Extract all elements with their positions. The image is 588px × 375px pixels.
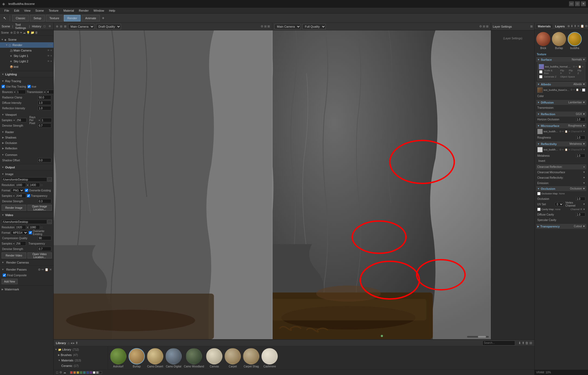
rays-down[interactable]: ◂: [39, 119, 40, 121]
output-header[interactable]: ▼ Output: [0, 164, 53, 170]
transmission-down[interactable]: ◂: [44, 91, 45, 93]
add-tab-button[interactable]: +: [101, 16, 106, 21]
mat-ball-item-buddha[interactable]: buddha: [568, 32, 582, 50]
rough-settings[interactable]: ⚙: [559, 130, 561, 133]
right-vp-grid[interactable]: ⊞: [483, 25, 485, 28]
image-samples-input[interactable]: [15, 194, 26, 198]
lib-item-astroturf[interactable]: Astroturf: [110, 348, 126, 368]
transparency-header[interactable]: ▶ Transparency Cutout ▼: [536, 223, 586, 229]
albedo-copy[interactable]: 📋: [576, 88, 579, 92]
occlusion-value-input[interactable]: [576, 197, 585, 201]
final-composite-check[interactable]: [3, 274, 6, 277]
clearcoat-reflection-dropdown[interactable]: ▼: [583, 166, 585, 168]
roughness-input[interactable]: [576, 136, 585, 139]
reflection-row[interactable]: ▶ Reflection: [2, 146, 52, 151]
viewport-subsection-header[interactable]: ▼ Viewport: [2, 112, 52, 117]
sky1-x[interactable]: ✕: [50, 55, 52, 57]
lib-item-burlap[interactable]: Burlap: [129, 348, 145, 368]
nm-edit[interactable]: ✏: [576, 65, 578, 68]
image-path-btn[interactable]: …: [47, 177, 52, 182]
raster-subsection-header[interactable]: ▼ Raster: [2, 129, 52, 135]
tab-animate[interactable]: Animate: [82, 15, 100, 21]
titlebar-controls[interactable]: — □ ✕: [569, 1, 586, 6]
metalness-input[interactable]: [576, 154, 585, 158]
library-search-input[interactable]: [482, 341, 515, 345]
right-camera-select[interactable]: Main Camera: [274, 24, 301, 29]
tab-scene[interactable]: Scene: [2, 25, 10, 28]
image-denoise-input[interactable]: [38, 199, 51, 203]
mat-icon-add[interactable]: ⊕: [567, 24, 570, 28]
albedo-settings[interactable]: ⚙: [570, 88, 573, 92]
albedo-edit[interactable]: ✏: [573, 88, 575, 92]
uv-set-select[interactable]: 0: [555, 202, 564, 206]
sky2-eye[interactable]: 👁: [47, 60, 50, 63]
lib-nav-home[interactable]: ⌂: [68, 341, 69, 345]
tree-item-sky1[interactable]: ☀ Sky Light 1 👁 ✕: [0, 53, 53, 59]
transparency-check[interactable]: [27, 194, 30, 197]
watermark-header[interactable]: ▶ Watermark: [2, 287, 52, 292]
tree-item-render[interactable]: ▼ ◻ Render ◻ ✕: [0, 42, 53, 48]
video-res-w[interactable]: [15, 225, 26, 229]
render-image-btn[interactable]: Render Image: [2, 205, 26, 211]
left-quality-select[interactable]: Draft Quality: [96, 24, 121, 29]
tab-setup[interactable]: Setup: [30, 15, 45, 21]
lib-tree-brushes[interactable]: ▶ Brushes (47): [54, 352, 108, 358]
diffuse-intensity-input[interactable]: [38, 101, 51, 105]
diffusion-header[interactable]: ▼ Diffusion Lambertian ▼: [536, 100, 586, 105]
cavity-map-check[interactable]: [537, 208, 541, 211]
common-subsection-header[interactable]: ▼ Common: [2, 152, 52, 158]
lib-tree-library[interactable]: ▼ 📁 Library (712): [54, 347, 108, 352]
reflection-intensity-input[interactable]: [38, 106, 51, 110]
materials-tab[interactable]: Materials: [536, 24, 552, 28]
clearcoat-reflectivity-dropdown[interactable]: ▼: [583, 176, 585, 179]
rp-icon-4[interactable]: ✕: [49, 268, 52, 271]
scene-tool-2[interactable]: ☰: [13, 31, 16, 34]
rp-icon-1[interactable]: ⚙: [38, 268, 41, 271]
video-res-h[interactable]: [29, 225, 40, 229]
camera-action-eye[interactable]: 👁: [47, 49, 50, 52]
surface-header[interactable]: ▼ Surface Normals ▼: [536, 57, 586, 62]
open-video-location-btn[interactable]: Open Video Location...: [27, 252, 52, 258]
albedo-value[interactable]: Albedo ▼: [573, 83, 585, 86]
lib-icon-env[interactable]: ☁: [63, 371, 66, 374]
nm-copy[interactable]: 📋: [578, 65, 581, 68]
metal-settings[interactable]: ⚙: [559, 148, 561, 151]
mat-ball-item-burlap[interactable]: Burlap: [552, 32, 566, 50]
video-path-btn[interactable]: …: [47, 220, 52, 224]
rough-channel-select[interactable]: R ▼: [580, 130, 585, 133]
reflectivity-invert-btn[interactable]: Invert: [537, 158, 546, 163]
lib-download[interactable]: ⬇: [518, 341, 521, 345]
tab-render[interactable]: Render: [64, 15, 81, 21]
layer-settings-icon[interactable]: ⊠: [530, 25, 533, 28]
compression-input[interactable]: [38, 236, 51, 240]
panel-icon-2[interactable]: ⚙: [47, 24, 52, 28]
tree-item-main-camera[interactable]: 🎥 Main Camera 👁 ✕: [0, 48, 53, 53]
lib-upload[interactable]: ⬆: [522, 341, 525, 345]
metal-edit[interactable]: ✏: [562, 148, 564, 151]
bounces-down[interactable]: ◂: [14, 91, 15, 93]
left-vp-settings[interactable]: ⚙: [261, 25, 263, 28]
menu-edit[interactable]: Edit: [12, 8, 21, 13]
surface-value[interactable]: Normals ▼: [572, 58, 585, 61]
microsurface-header[interactable]: ▼ Microsurface Roughness ▼: [536, 123, 586, 128]
ray-tracing-header[interactable]: ▼ Ray Tracing: [2, 78, 52, 84]
diffuse-cavity-input[interactable]: [576, 213, 585, 216]
lib-tree-materials[interactable]: ▼ Materials (313): [54, 358, 108, 363]
layers-tab[interactable]: Layers: [554, 24, 566, 28]
use-ray-tracing-check[interactable]: [2, 85, 5, 88]
overwrite-check[interactable]: [25, 189, 28, 192]
transparency-value[interactable]: Cutout ▼: [574, 225, 585, 228]
lib-grid[interactable]: ⊞: [529, 341, 532, 345]
panel-icon-1[interactable]: ◻: [42, 24, 47, 28]
tab-tool-settings[interactable]: Tool Settings: [15, 23, 27, 30]
scene-tool-8[interactable]: 🗑: [35, 31, 38, 34]
albedo-header[interactable]: ▼ Albedo Albedo ▼: [536, 81, 586, 87]
mat-icon-copy[interactable]: 📋: [580, 24, 584, 28]
rough-delete[interactable]: ✕: [568, 130, 570, 133]
open-image-location-btn[interactable]: Open Image Location...: [27, 205, 52, 211]
mat-icon-export[interactable]: ⬆: [574, 24, 576, 28]
occlusion-header[interactable]: ▼ Occlusion Occlusion ▼: [536, 186, 586, 191]
bounces-input[interactable]: [16, 90, 26, 94]
lib-icon-scene[interactable]: ◻: [56, 371, 58, 374]
image-res-h[interactable]: [29, 183, 40, 187]
